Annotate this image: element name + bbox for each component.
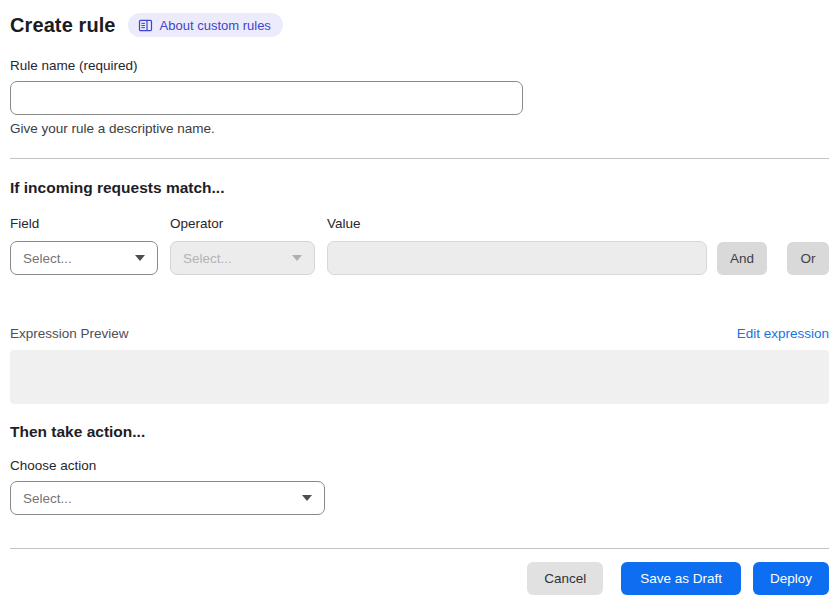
about-badge-label: About custom rules xyxy=(160,18,271,33)
page-header: Create rule About custom rules xyxy=(10,11,829,39)
chevron-down-icon xyxy=(292,255,302,261)
match-controls-row: Select... Select... And Or xyxy=(10,241,829,275)
choose-action-select[interactable]: Select... xyxy=(10,481,325,515)
choose-action-label: Choose action xyxy=(10,458,829,473)
save-as-draft-button[interactable]: Save as Draft xyxy=(621,562,741,595)
value-label: Value xyxy=(327,216,361,231)
book-icon xyxy=(138,18,153,33)
field-select-value: Select... xyxy=(23,251,72,266)
match-section-heading: If incoming requests match... xyxy=(10,179,829,197)
field-label: Field xyxy=(10,216,170,231)
and-button[interactable]: And xyxy=(717,242,767,275)
footer-actions: Cancel Save as Draft Deploy xyxy=(10,562,829,595)
about-custom-rules-badge[interactable]: About custom rules xyxy=(128,13,283,37)
cancel-button[interactable]: Cancel xyxy=(527,562,603,595)
action-section-heading: Then take action... xyxy=(10,423,829,441)
deploy-button[interactable]: Deploy xyxy=(753,562,829,595)
operator-label: Operator xyxy=(170,216,327,231)
rule-name-input[interactable] xyxy=(10,81,523,115)
match-labels-row: Field Operator Value xyxy=(10,216,829,231)
chevron-down-icon xyxy=(135,255,145,261)
rule-name-helper: Give your rule a descriptive name. xyxy=(10,121,829,136)
chevron-down-icon xyxy=(302,495,312,501)
expression-preview-row: Expression Preview Edit expression xyxy=(10,326,829,341)
page-title: Create rule xyxy=(10,14,116,37)
expression-preview-label: Expression Preview xyxy=(10,326,129,341)
rule-name-label: Rule name (required) xyxy=(10,58,829,73)
or-button[interactable]: Or xyxy=(787,242,829,275)
value-input xyxy=(327,241,707,275)
footer-divider xyxy=(10,548,829,549)
section-divider-top xyxy=(10,158,829,159)
edit-expression-link[interactable]: Edit expression xyxy=(737,326,829,341)
operator-select: Select... xyxy=(170,241,315,275)
create-rule-page: Create rule About custom rules Rule name… xyxy=(0,0,839,595)
expression-preview-box xyxy=(10,350,829,404)
choose-action-select-value: Select... xyxy=(23,491,72,506)
operator-select-value: Select... xyxy=(183,251,232,266)
field-select[interactable]: Select... xyxy=(10,241,158,275)
